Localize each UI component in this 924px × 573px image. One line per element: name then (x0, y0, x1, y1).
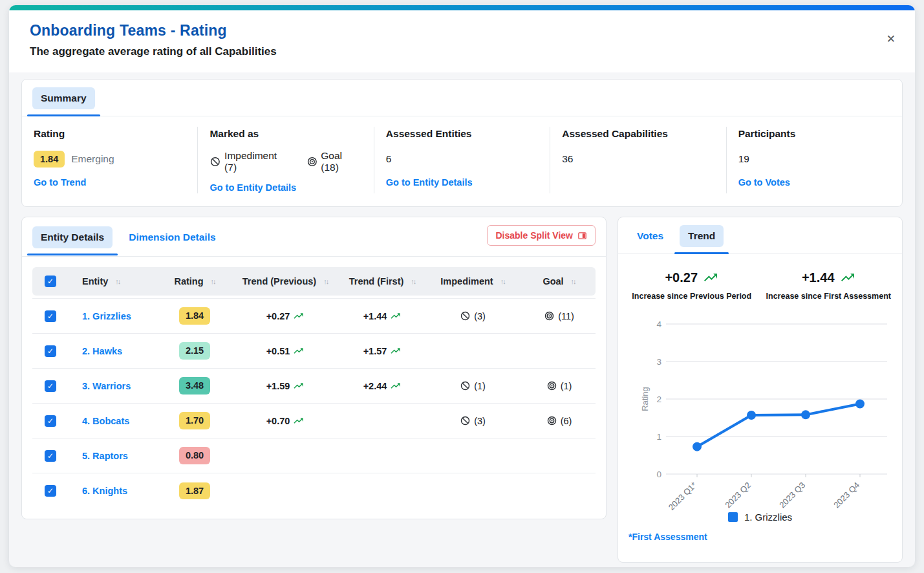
row-checkbox[interactable]: ✓ (45, 450, 56, 462)
impediment-icon (460, 415, 471, 426)
go-to-trend-link[interactable]: Go to Trend (34, 177, 86, 188)
go-to-votes-link[interactable]: Go to Votes (738, 177, 790, 188)
impediment-summary: Impediment (7) (210, 150, 290, 173)
entity-link[interactable]: 5. Raptors (82, 451, 128, 461)
goal-cell: (1) (521, 380, 597, 391)
y-axis-label: Rating (640, 387, 650, 411)
trend-previous-cell: +0.51 (230, 345, 340, 356)
row-checkbox[interactable]: ✓ (45, 380, 56, 392)
trending-up-icon (293, 345, 304, 356)
header-rating: Rating (174, 276, 203, 286)
y-tick-label: 0 (656, 470, 661, 479)
page-background: Onboarding Teams - Rating The aggregate … (0, 0, 924, 573)
modal-body: Summary Rating 1.84 Emerging Go to Trend… (9, 72, 915, 567)
entity-link[interactable]: 2. Hawks (82, 346, 122, 356)
marked-as-label: Marked as (210, 128, 361, 140)
y-tick-label: 2 (656, 395, 661, 404)
rating-badge: 1.84 (34, 151, 65, 168)
trending-up-icon (840, 270, 855, 285)
impediment-cell: (3) (424, 415, 521, 426)
tab-dimension-details[interactable]: Dimension Details (120, 226, 224, 248)
row-checkbox[interactable]: ✓ (45, 415, 56, 427)
tab-trend[interactable]: Trend (680, 225, 724, 247)
y-tick-label: 4 (656, 319, 661, 329)
sort-icon[interactable]: ↑↓ (323, 277, 328, 285)
x-tick-label: 2023 Q3 (777, 481, 807, 510)
close-icon[interactable]: ✕ (886, 34, 896, 45)
entity-link[interactable]: 3. Warriors (82, 381, 131, 391)
go-to-entity-details-link[interactable]: Go to Entity Details (210, 182, 296, 193)
entity-link[interactable]: 6. Knights (82, 486, 127, 496)
trend-first-cell: +1.57 (340, 345, 424, 356)
trend-line-chart: 01234Rating2023 Q1*2023 Q22023 Q32023 Q4 (623, 308, 898, 510)
sort-icon[interactable]: ↑↓ (571, 277, 575, 285)
trend-previous-cell: +0.27 (230, 310, 340, 321)
trend-chart: 01234Rating2023 Q1*2023 Q22023 Q32023 Q4 (618, 305, 902, 510)
rating-badge: 1.70 (179, 412, 210, 429)
trend-previous-cell: +0.70 (230, 415, 340, 426)
tab-entity-details[interactable]: Entity Details (32, 226, 113, 248)
tab-summary[interactable]: Summary (32, 87, 95, 109)
impediment-cell: (1) (424, 380, 521, 391)
legend-swatch (728, 512, 738, 522)
entity-details-card: Entity Details Dimension Details Disable… (21, 217, 607, 519)
data-point[interactable] (801, 410, 810, 419)
x-tick-label: 2023 Q2 (723, 481, 753, 510)
rating-badge: 2.15 (179, 342, 210, 360)
table-row: ✓2. Hawks2.15+0.51+1.57 (32, 334, 596, 369)
x-tick-label: 2023 Q1* (667, 481, 698, 510)
rating-badge: 1.84 (179, 307, 210, 325)
sort-icon[interactable]: ↑↓ (211, 277, 215, 285)
first-assessment-footnote[interactable]: *First Assessment (618, 524, 902, 551)
header-trend-first: Trend (First) (349, 276, 404, 286)
trending-up-icon (293, 380, 304, 391)
data-point[interactable] (855, 400, 865, 409)
goal-icon (544, 310, 555, 321)
data-point[interactable] (693, 442, 702, 451)
entity-link[interactable]: 1. Grizzlies (82, 311, 131, 321)
impediment-icon (460, 310, 471, 321)
modal-title: Onboarding Teams - Rating (30, 22, 894, 39)
summary-assessed-capabilities: Assessed Capabilities 36 (550, 127, 725, 193)
assessed-capabilities-label: Assessed Capabilities (562, 128, 714, 140)
table-row: ✓5. Raptors0.80 (32, 438, 596, 473)
trending-up-icon (390, 310, 401, 321)
entity-link[interactable]: 4. Bobcats (82, 416, 129, 426)
rating-modal: Onboarding Teams - Rating The aggregate … (9, 5, 915, 567)
rating-badge: 1.87 (179, 482, 210, 500)
modal-subtitle: The aggregate average rating of all Capa… (30, 45, 894, 58)
disable-split-view-button[interactable]: Disable Split View (487, 225, 596, 246)
trend-stat-first: +1.44 Increase since First Assessment (760, 270, 897, 301)
select-all-checkbox[interactable]: ✓ (45, 276, 56, 287)
modal-header: Onboarding Teams - Rating The aggregate … (9, 10, 915, 72)
sort-icon[interactable]: ↑↓ (500, 277, 505, 285)
y-tick-label: 3 (656, 357, 661, 367)
data-point[interactable] (747, 411, 756, 420)
trend-first-value: +1.44 (802, 270, 835, 285)
tab-votes[interactable]: Votes (629, 225, 672, 247)
assessed-entities-label: Assessed Entities (386, 128, 538, 140)
row-checkbox[interactable]: ✓ (45, 345, 56, 357)
trend-line (697, 404, 860, 447)
trend-previous-caption: Increase since Previous Period (623, 292, 760, 301)
sort-icon[interactable]: ↑↓ (115, 277, 120, 285)
go-to-entity-details-link-2[interactable]: Go to Entity Details (386, 177, 473, 188)
impediment-summary-count: Impediment (7) (224, 150, 290, 173)
row-checkbox[interactable]: ✓ (45, 310, 56, 322)
header-entity: Entity (82, 276, 108, 286)
entity-table-body: ✓1. Grizzlies1.84+0.27+1.44(3)(11)✓2. Ha… (32, 298, 596, 508)
x-tick-label: 2023 Q4 (832, 481, 861, 510)
trend-first-caption: Increase since First Assessment (760, 292, 897, 301)
summary-tab-bar: Summary (22, 80, 902, 116)
entity-table: ✓ Entity↑↓ Rating↑↓ Trend (Previous)↑↓ T… (32, 267, 596, 508)
summary-rating: Rating 1.84 Emerging Go to Trend (22, 127, 197, 193)
assessed-entities-value: 6 (386, 153, 392, 165)
goal-cell: (6) (521, 415, 597, 426)
summary-marked-as: Marked as Impediment (7) Goal (18) G (197, 127, 373, 193)
trend-previous-cell: +1.59 (230, 380, 340, 391)
table-row: ✓4. Bobcats1.70+0.70(3)(6) (32, 404, 596, 438)
sort-icon[interactable]: ↑↓ (411, 277, 415, 285)
summary-stats: Rating 1.84 Emerging Go to Trend Marked … (22, 116, 902, 206)
row-checkbox[interactable]: ✓ (45, 485, 56, 497)
modal-accent-bar (9, 5, 915, 10)
